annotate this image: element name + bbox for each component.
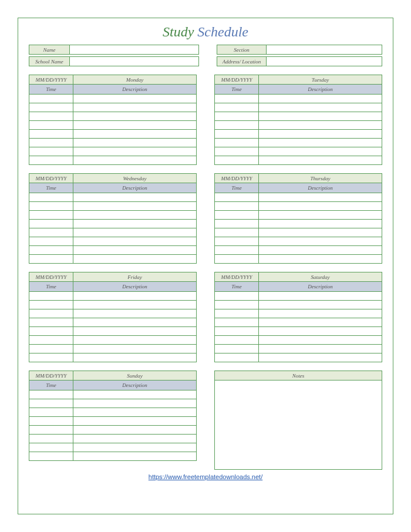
table-row[interactable] bbox=[214, 112, 382, 121]
col-time-label: Time bbox=[29, 85, 73, 94]
table-row[interactable] bbox=[214, 121, 382, 130]
table-row[interactable] bbox=[214, 193, 382, 202]
day-name: Friday bbox=[73, 272, 196, 281]
table-row[interactable] bbox=[29, 345, 197, 353]
table-row[interactable] bbox=[29, 156, 197, 165]
table-row[interactable] bbox=[214, 95, 382, 103]
address-field[interactable] bbox=[267, 56, 382, 66]
table-row[interactable] bbox=[29, 202, 197, 211]
table-row[interactable] bbox=[214, 327, 382, 336]
table-row[interactable] bbox=[29, 327, 197, 336]
table-row[interactable] bbox=[29, 408, 197, 417]
page-border: Study Schedule Name Section School Name … bbox=[18, 18, 393, 514]
table-row[interactable] bbox=[29, 336, 197, 345]
table-row[interactable] bbox=[214, 211, 382, 220]
footer-link[interactable]: https://www.freetemplatedownloads.net/ bbox=[149, 473, 262, 480]
table-row[interactable] bbox=[29, 452, 197, 461]
day-name: Thursday bbox=[259, 174, 382, 183]
col-time-label: Time bbox=[215, 282, 259, 291]
day-block-sunday: MM/DD/YYYY Sunday Time Description bbox=[29, 371, 197, 470]
date-label: MM/DD/YYYY bbox=[29, 272, 73, 281]
schedule-grid: MM/DD/YYYY Monday Time Description MM/ bbox=[29, 75, 382, 470]
footer-link-wrap: https://www.freetemplatedownloads.net/ bbox=[29, 473, 382, 480]
date-label: MM/DD/YYYY bbox=[29, 75, 73, 84]
table-row[interactable] bbox=[29, 95, 197, 103]
date-label: MM/DD/YYYY bbox=[215, 272, 259, 281]
table-row[interactable] bbox=[29, 103, 197, 112]
day-name: Saturday bbox=[259, 272, 382, 281]
school-label: School Name bbox=[29, 56, 70, 66]
col-desc-label: Description bbox=[259, 183, 382, 193]
section-label: Section bbox=[217, 45, 267, 55]
table-row[interactable] bbox=[214, 353, 382, 362]
table-row[interactable] bbox=[214, 301, 382, 309]
name-field[interactable] bbox=[70, 45, 199, 55]
col-time-label: Time bbox=[215, 183, 259, 193]
table-row[interactable] bbox=[29, 435, 197, 443]
col-desc-label: Description bbox=[73, 381, 196, 390]
table-row[interactable] bbox=[214, 139, 382, 147]
title-part-1: Study bbox=[163, 24, 197, 39]
table-row[interactable] bbox=[29, 301, 197, 309]
col-desc-label: Description bbox=[73, 282, 196, 291]
table-row[interactable] bbox=[214, 237, 382, 246]
col-desc-label: Description bbox=[259, 282, 382, 291]
info-row-2: School Name Address/ Location bbox=[29, 56, 382, 66]
table-row[interactable] bbox=[29, 292, 197, 301]
col-desc-label: Description bbox=[73, 183, 196, 193]
col-time-label: Time bbox=[29, 183, 73, 193]
table-row[interactable] bbox=[214, 345, 382, 353]
section-field[interactable] bbox=[267, 45, 382, 55]
day-block-tuesday: MM/DD/YYYY Tuesday Time Description bbox=[214, 75, 382, 165]
day-name: Tuesday bbox=[259, 75, 382, 84]
col-time-label: Time bbox=[29, 381, 73, 390]
table-row[interactable] bbox=[29, 147, 197, 156]
table-row[interactable] bbox=[214, 309, 382, 318]
table-row[interactable] bbox=[29, 112, 197, 121]
day-block-wednesday: MM/DD/YYYY Wednesday Time Description bbox=[29, 173, 197, 264]
table-row[interactable] bbox=[214, 292, 382, 301]
table-row[interactable] bbox=[214, 220, 382, 228]
table-row[interactable] bbox=[29, 390, 197, 399]
info-row-1: Name Section bbox=[29, 45, 382, 55]
table-row[interactable] bbox=[29, 443, 197, 452]
table-row[interactable] bbox=[214, 130, 382, 139]
table-row[interactable] bbox=[29, 130, 197, 139]
name-label: Name bbox=[29, 45, 70, 55]
table-row[interactable] bbox=[214, 147, 382, 156]
table-row[interactable] bbox=[29, 220, 197, 228]
table-row[interactable] bbox=[214, 246, 382, 255]
table-row[interactable] bbox=[29, 211, 197, 220]
table-row[interactable] bbox=[29, 309, 197, 318]
table-row[interactable] bbox=[29, 417, 197, 426]
table-row[interactable] bbox=[29, 255, 197, 264]
table-row[interactable] bbox=[29, 246, 197, 255]
table-row[interactable] bbox=[214, 336, 382, 345]
table-row[interactable] bbox=[29, 237, 197, 246]
table-row[interactable] bbox=[29, 139, 197, 147]
notes-field[interactable] bbox=[214, 381, 382, 470]
col-desc-label: Description bbox=[259, 85, 382, 94]
table-row[interactable] bbox=[29, 193, 197, 202]
day-block-monday: MM/DD/YYYY Monday Time Description bbox=[29, 75, 197, 165]
table-row[interactable] bbox=[214, 255, 382, 264]
notes-block: Notes bbox=[214, 371, 382, 470]
table-row[interactable] bbox=[29, 318, 197, 327]
school-field[interactable] bbox=[70, 56, 199, 66]
col-desc-label: Description bbox=[73, 85, 196, 94]
day-name: Monday bbox=[73, 75, 196, 84]
table-row[interactable] bbox=[214, 228, 382, 237]
table-row[interactable] bbox=[29, 121, 197, 130]
table-row[interactable] bbox=[214, 202, 382, 211]
table-row[interactable] bbox=[29, 353, 197, 362]
day-block-thursday: MM/DD/YYYY Thursday Time Description bbox=[214, 173, 382, 264]
table-row[interactable] bbox=[214, 318, 382, 327]
date-label: MM/DD/YYYY bbox=[29, 371, 73, 380]
table-row[interactable] bbox=[29, 426, 197, 435]
table-row[interactable] bbox=[29, 228, 197, 237]
table-row[interactable] bbox=[214, 156, 382, 165]
col-time-label: Time bbox=[29, 282, 73, 291]
table-row[interactable] bbox=[29, 399, 197, 408]
table-row[interactable] bbox=[214, 103, 382, 112]
day-block-friday: MM/DD/YYYY Friday Time Description bbox=[29, 272, 197, 362]
